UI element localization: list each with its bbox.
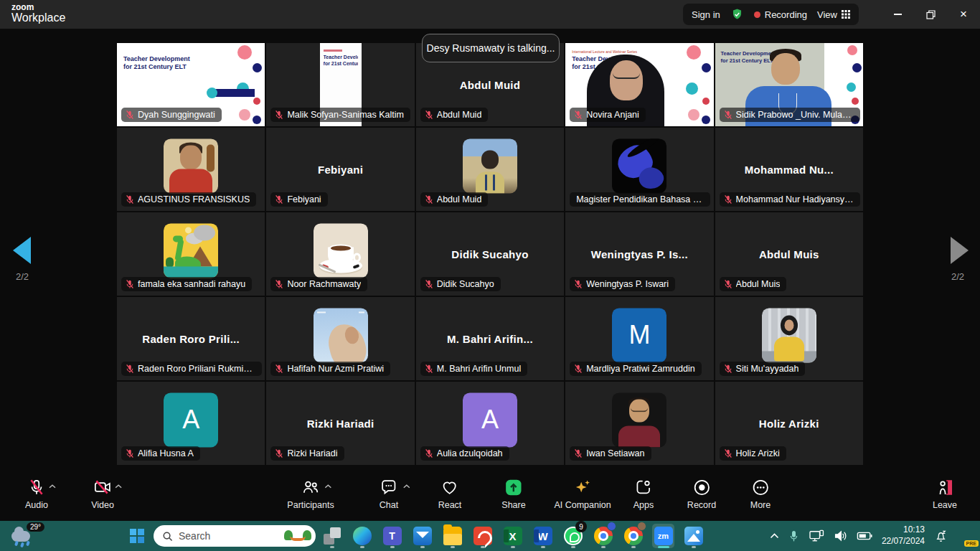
tray-battery-icon[interactable] <box>857 531 872 541</box>
participant-tile[interactable]: Rizki Hariadi Rizki Hariadi <box>266 382 414 465</box>
window-controls: × <box>881 0 980 29</box>
participant-tile[interactable]: International Lecture and Webinar Series… <box>565 43 713 126</box>
audio-button[interactable]: Audio <box>25 477 48 510</box>
pdf-app-icon[interactable] <box>471 524 494 548</box>
chat-options-chevron[interactable] <box>403 484 410 489</box>
participant-tile[interactable]: Teacher Development for 21st Century ELT… <box>266 43 414 126</box>
leave-button[interactable]: Leave <box>933 477 957 510</box>
apps-button[interactable]: Apps <box>633 477 654 510</box>
name-label: Weningtyas P. Iswari <box>570 277 675 291</box>
name-label: Abdul Muis <box>720 277 787 291</box>
video-options-chevron[interactable] <box>115 484 122 489</box>
edge-app-icon[interactable] <box>351 524 373 548</box>
chrome-profile2-app-icon[interactable] <box>622 524 644 548</box>
participant-tile[interactable]: Weningtyas P. Is... Weningtyas P. Iswari <box>565 212 713 296</box>
task-view-button[interactable] <box>321 524 343 548</box>
participant-tile[interactable]: famala eka sanhadi rahayu <box>117 212 265 296</box>
name-label: Rizki Hariadi <box>270 446 344 461</box>
name-label: Sidik Prabowo _Univ. Mulawar... <box>720 108 860 122</box>
participant-tile[interactable]: Teacher Development for 21st Century ELT… <box>117 43 265 126</box>
muted-mic-icon <box>723 364 733 374</box>
mail-app-icon[interactable] <box>411 524 433 548</box>
muted-mic-icon <box>274 448 284 458</box>
participant-tile[interactable]: Mohammad Nu... Mohammad Nur Hadiyansyah <box>715 128 863 211</box>
initial-avatar: A <box>164 392 218 447</box>
view-grid-icon <box>842 10 850 19</box>
muted-mic-icon <box>573 364 583 374</box>
muted-mic-icon <box>274 110 284 120</box>
muted-mic-icon <box>573 279 583 289</box>
restore-button[interactable] <box>914 0 947 29</box>
security-shield-icon[interactable] <box>730 8 744 22</box>
tray-speaker-icon[interactable] <box>834 530 847 542</box>
participant-tile[interactable]: Febiyani Febiyani <box>266 128 414 211</box>
search-box[interactable]: Search <box>154 525 316 547</box>
copilot-icon[interactable]: PRE <box>957 527 974 545</box>
whatsapp-app-icon[interactable]: 9 <box>562 524 584 548</box>
participant-tile[interactable]: Siti Mu'ayyadah <box>715 297 863 380</box>
coffee-photo-avatar <box>314 223 368 278</box>
weather-widget[interactable]: 29° <box>11 525 43 547</box>
participant-tile[interactable]: AGUSTINUS FRANSISKUS <box>117 128 265 211</box>
page-indicator-right: 2/2 <box>951 271 964 282</box>
chat-icon <box>380 477 398 497</box>
muted-mic-icon <box>573 448 583 458</box>
more-button[interactable]: More <box>750 477 771 510</box>
participants-icon <box>301 477 321 497</box>
muted-mic-icon <box>125 364 135 374</box>
muted-mic-icon <box>573 110 583 120</box>
audio-options-chevron[interactable] <box>49 484 56 489</box>
ai-companion-button[interactable]: AI Companion <box>554 477 611 510</box>
word-app-icon[interactable]: W <box>532 524 554 548</box>
close-button[interactable]: × <box>947 0 980 29</box>
participants-button[interactable]: Participants <box>287 477 334 510</box>
search-highlight-art[interactable] <box>284 527 311 545</box>
participant-tile[interactable]: Holiz Arizki Holiz Arizki <box>715 382 863 465</box>
chrome-app-icon[interactable] <box>592 524 614 548</box>
name-label: Febiyani <box>270 192 327 207</box>
share-button[interactable]: Share <box>501 477 525 510</box>
tray-chevron-up-icon[interactable] <box>770 533 779 539</box>
taskbar-clock[interactable]: 10:13 22/07/2024 <box>882 524 925 547</box>
excel-app-icon[interactable]: X <box>501 524 524 548</box>
notification-bell-dnd-icon[interactable] <box>934 529 948 543</box>
participant-tile[interactable]: A Aulia dzulqoidah <box>416 382 564 465</box>
participant-tile[interactable]: Hafifah Nur Azmi Pratiwi <box>266 297 414 380</box>
participant-tile[interactable]: Didik Sucahyo Didik Sucahyo <box>416 212 564 296</box>
tray-microphone-icon[interactable] <box>788 530 799 542</box>
participant-tile[interactable]: Abdul Muis Abdul Muis <box>715 212 863 296</box>
participant-tile[interactable]: Noor Rachmawaty <box>266 212 414 296</box>
view-button[interactable]: View <box>817 9 850 20</box>
muted-mic-icon <box>424 448 434 458</box>
participant-tile[interactable]: M. Bahri Arifin... M. Bahri Arifin Unmul <box>416 297 564 380</box>
zoom-app-icon[interactable]: zm <box>652 524 674 548</box>
participants-options-chevron[interactable] <box>324 484 331 489</box>
minimize-button[interactable] <box>881 0 914 29</box>
participant-tile[interactable]: Magister Pendidikan Bahasa Ing... <box>565 128 713 211</box>
gallery-next-arrow[interactable] <box>951 237 969 264</box>
chat-button[interactable]: Chat <box>380 477 398 510</box>
participant-tile[interactable]: A Alifia Husna A <box>117 382 265 465</box>
share-screen-icon <box>504 477 523 497</box>
logo-zoom: zoom <box>11 3 65 11</box>
video-button[interactable]: Video <box>91 477 114 510</box>
teams-app-icon[interactable]: T <box>381 524 403 548</box>
name-label: Raden Roro Priliani Rukmiyanti <box>121 362 262 376</box>
participant-tile[interactable]: Raden Roro Prili... Raden Roro Priliani … <box>117 297 265 380</box>
participant-tile[interactable]: M Mardliya Pratiwi Zamruddin <box>565 297 713 380</box>
sign-in-button[interactable]: Sign in <box>692 9 720 20</box>
participant-tile[interactable]: Iwan Setiawan <box>565 382 713 465</box>
name-label: Siti Mu'ayyadah <box>720 362 806 376</box>
muted-mic-icon <box>424 194 434 204</box>
gallery-prev-arrow[interactable] <box>13 237 31 264</box>
react-button[interactable]: React <box>438 477 462 510</box>
profile-photo-avatar <box>164 138 218 193</box>
name-label: AGUSTINUS FRANSISKUS <box>121 192 256 207</box>
participant-tile[interactable]: Abdul Muid <box>416 128 564 211</box>
file-explorer-icon[interactable] <box>441 524 463 548</box>
record-button[interactable]: Record <box>687 477 716 510</box>
start-button[interactable] <box>130 529 144 543</box>
participant-tile[interactable]: Teacher Development for 21st Century ELT… <box>715 43 863 126</box>
tray-cast-display-icon[interactable] <box>809 529 824 542</box>
photos-app-icon[interactable] <box>682 524 705 548</box>
